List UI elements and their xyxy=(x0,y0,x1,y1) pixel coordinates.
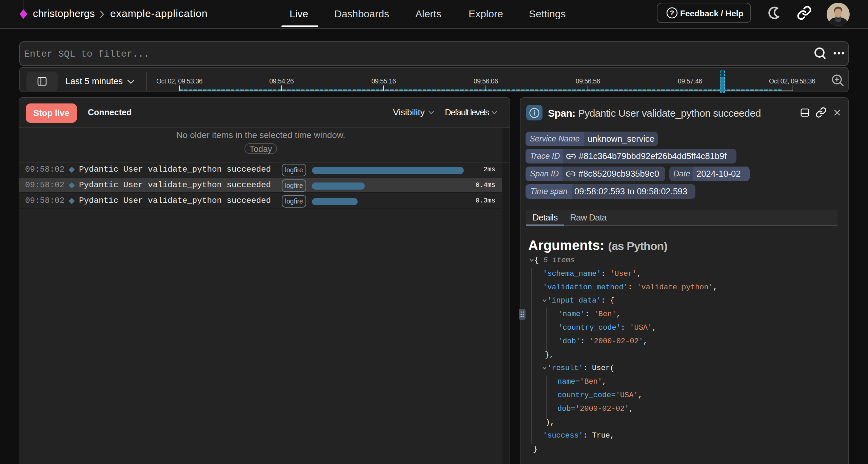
svg-text:?: ? xyxy=(670,9,674,17)
